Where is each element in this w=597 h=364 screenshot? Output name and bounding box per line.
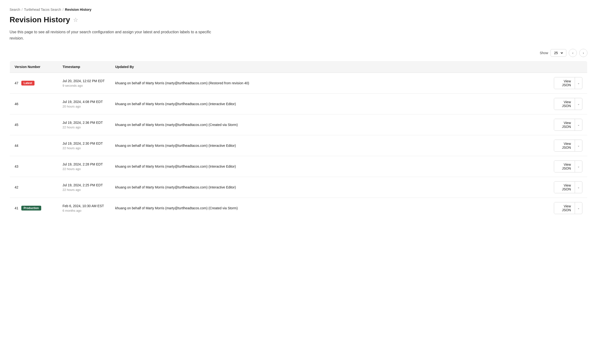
updated-by-cell: khuang on behalf of Marty Morris (marty@… xyxy=(110,94,549,115)
breadcrumb-parent[interactable]: Turtlehead Tacos Search xyxy=(24,8,61,11)
timestamp-cell: Jul 19, 2024, 2:36 PM EDT22 hours ago xyxy=(58,115,110,135)
version-number: 46 xyxy=(15,102,18,106)
column-header-action xyxy=(549,61,587,73)
table-row: 44Jul 19, 2024, 2:30 PM EDT22 hours agok… xyxy=(10,135,587,156)
chevron-down-icon[interactable]: ⌄ xyxy=(575,163,582,170)
chevron-down-icon[interactable]: ⌄ xyxy=(575,204,582,212)
timestamp-cell: Jul 19, 2024, 2:25 PM EDT22 hours ago xyxy=(58,177,110,198)
page-title: Revision History xyxy=(10,15,70,24)
action-cell: View JSON⌄ xyxy=(549,73,587,94)
version-cell: 43 xyxy=(15,164,53,168)
badge-production: Production xyxy=(21,206,41,210)
chevron-down-icon[interactable]: ⌄ xyxy=(575,142,582,149)
view-json-label[interactable]: View JSON xyxy=(554,140,575,151)
action-cell: View JSON⌄ xyxy=(549,135,587,156)
view-json-button-group: View JSON⌄ xyxy=(554,202,583,214)
favorite-icon[interactable]: ☆ xyxy=(73,16,78,23)
view-json-label[interactable]: View JSON xyxy=(554,182,575,193)
updated-by-cell: khuang on behalf of Marty Morris (marty@… xyxy=(110,177,549,198)
view-json-label[interactable]: View JSON xyxy=(554,119,575,131)
view-json-button-group: View JSON⌄ xyxy=(554,161,583,172)
version-number: 43 xyxy=(15,164,18,168)
table-row: 42Jul 19, 2024, 2:25 PM EDT22 hours agok… xyxy=(10,177,587,198)
timestamp-cell: Feb 6, 2024, 10:30 AM EST6 months ago xyxy=(58,198,110,219)
timestamp-main: Jul 20, 2024, 12:02 PM EDT xyxy=(63,79,106,83)
version-number: 42 xyxy=(15,185,18,189)
updated-by-cell: khuang on behalf of Marty Morris (marty@… xyxy=(110,156,549,177)
view-json-button-group: View JSON⌄ xyxy=(554,139,583,152)
version-cell: 47Latest xyxy=(15,81,53,85)
version-cell: 45 xyxy=(15,123,53,127)
view-json-button[interactable]: View JSON⌄ xyxy=(554,98,583,110)
timestamp-relative: 22 hours ago xyxy=(63,125,106,129)
table-header-row: Version Number Timestamp Updated By xyxy=(10,61,587,73)
next-page-button[interactable]: › xyxy=(579,49,587,57)
timestamp-relative: 6 months ago xyxy=(63,209,106,212)
version-number: 44 xyxy=(15,144,18,147)
view-json-label[interactable]: View JSON xyxy=(554,161,575,172)
revision-table: Version Number Timestamp Updated By 47La… xyxy=(10,61,587,219)
version-cell: 46 xyxy=(15,102,53,106)
timestamp-cell: Jul 19, 2024, 4:08 PM EDT20 hours ago xyxy=(58,94,110,115)
action-cell: View JSON⌄ xyxy=(549,94,587,115)
updated-by-cell: khuang on behalf of Marty Morris (marty@… xyxy=(110,73,549,94)
view-json-button[interactable]: View JSON⌄ xyxy=(554,77,583,89)
version-cell: 41Production xyxy=(15,206,53,210)
version-cell: 42 xyxy=(15,185,53,189)
timestamp-cell: Jul 19, 2024, 2:30 PM EDT22 hours ago xyxy=(58,135,110,156)
show-select[interactable]: 10 25 50 100 xyxy=(553,51,564,55)
updated-by-cell: khuang on behalf of Marty Morris (marty@… xyxy=(110,198,549,219)
show-label: Show xyxy=(540,51,548,55)
table-controls: Show 10 25 50 100 ‹ › xyxy=(10,49,587,57)
view-json-button-group: View JSON⌄ xyxy=(554,119,583,131)
version-number: 45 xyxy=(15,123,18,127)
breadcrumb-separator-2: / xyxy=(63,8,63,11)
updated-by-cell: khuang on behalf of Marty Morris (marty@… xyxy=(110,135,549,156)
chevron-down-icon[interactable]: ⌄ xyxy=(575,184,582,191)
show-select-wrapper[interactable]: 10 25 50 100 xyxy=(550,49,566,57)
chevron-down-icon[interactable]: ⌄ xyxy=(575,79,582,87)
timestamp-relative: 22 hours ago xyxy=(63,188,106,192)
timestamp-cell: Jul 20, 2024, 12:02 PM EDT9 seconds ago xyxy=(58,73,110,94)
view-json-label[interactable]: View JSON xyxy=(554,202,575,214)
view-json-button-group: View JSON⌄ xyxy=(554,181,583,193)
timestamp-main: Jul 19, 2024, 4:08 PM EDT xyxy=(63,100,106,104)
prev-page-button[interactable]: ‹ xyxy=(569,49,577,57)
view-json-button-group: View JSON⌄ xyxy=(554,98,583,110)
page-description: Use this page to see all revisions of yo… xyxy=(10,29,216,41)
view-json-button[interactable]: View JSON⌄ xyxy=(554,181,583,193)
timestamp-main: Jul 19, 2024, 2:36 PM EDT xyxy=(63,121,106,124)
table-row: 46Jul 19, 2024, 4:08 PM EDT20 hours agok… xyxy=(10,94,587,115)
view-json-button-group: View JSON⌄ xyxy=(554,77,583,89)
chevron-down-icon[interactable]: ⌄ xyxy=(575,100,582,108)
timestamp-relative: 20 hours ago xyxy=(63,105,106,108)
view-json-label[interactable]: View JSON xyxy=(554,98,575,110)
table-row: 45Jul 19, 2024, 2:36 PM EDT22 hours agok… xyxy=(10,115,587,135)
page-title-row: Revision History ☆ xyxy=(10,15,587,24)
breadcrumb-separator-1: / xyxy=(22,8,23,11)
view-json-button[interactable]: View JSON⌄ xyxy=(554,161,583,172)
view-json-button[interactable]: View JSON⌄ xyxy=(554,119,583,131)
column-header-timestamp: Timestamp xyxy=(58,61,110,73)
table-row: 43Jul 19, 2024, 2:28 PM EDT22 hours agok… xyxy=(10,156,587,177)
breadcrumb-current: Revision History xyxy=(65,8,91,11)
version-number: 41 xyxy=(15,206,18,210)
timestamp-cell: Jul 19, 2024, 2:28 PM EDT22 hours ago xyxy=(58,156,110,177)
breadcrumb-search[interactable]: Search xyxy=(10,8,20,11)
timestamp-main: Jul 19, 2024, 2:25 PM EDT xyxy=(63,183,106,187)
timestamp-main: Jul 19, 2024, 2:28 PM EDT xyxy=(63,162,106,166)
view-json-button[interactable]: View JSON⌄ xyxy=(554,202,583,214)
table-row: 47LatestJul 20, 2024, 12:02 PM EDT9 seco… xyxy=(10,73,587,94)
breadcrumb: Search / Turtlehead Tacos Search / Revis… xyxy=(10,8,587,11)
view-json-button[interactable]: View JSON⌄ xyxy=(554,139,583,152)
action-cell: View JSON⌄ xyxy=(549,156,587,177)
timestamp-main: Feb 6, 2024, 10:30 AM EST xyxy=(63,204,106,208)
updated-by-cell: khuang on behalf of Marty Morris (marty@… xyxy=(110,115,549,135)
timestamp-relative: 22 hours ago xyxy=(63,146,106,150)
action-cell: View JSON⌄ xyxy=(549,115,587,135)
timestamp-main: Jul 19, 2024, 2:30 PM EDT xyxy=(63,141,106,145)
badge-latest: Latest xyxy=(21,81,34,85)
view-json-label[interactable]: View JSON xyxy=(554,77,575,89)
chevron-down-icon[interactable]: ⌄ xyxy=(575,121,582,128)
column-header-updated-by: Updated By xyxy=(110,61,549,73)
